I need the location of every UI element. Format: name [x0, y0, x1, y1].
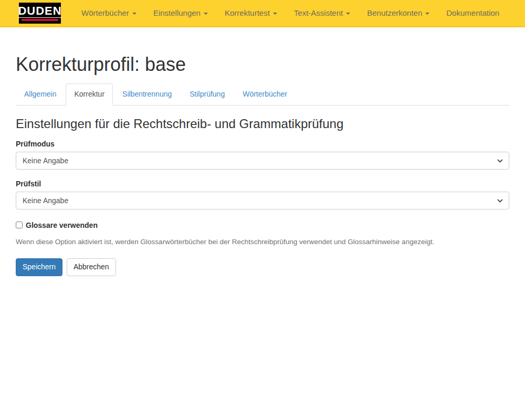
page-title: Korrekturprofil: base — [16, 53, 509, 76]
tab-silbentrennung[interactable]: Silbentrennung — [114, 83, 180, 106]
save-button[interactable]: Speichern — [16, 258, 62, 276]
tab-korrektur[interactable]: Korrektur — [66, 83, 113, 106]
nav-item-text-assistent[interactable]: Text-Assistent — [286, 0, 359, 27]
nav-item-label: Text-Assistent — [294, 8, 343, 17]
chevron-down-icon — [346, 13, 350, 15]
nav-item-label: Korrekturtest — [225, 8, 270, 17]
chevron-down-icon — [273, 13, 277, 15]
duden-logo[interactable]: DUDEN — [19, 3, 61, 24]
tab-allgemein[interactable]: Allgemein — [16, 83, 65, 106]
profile-tabs: Allgemein Korrektur Silbentrennung Stilp… — [16, 83, 509, 106]
nav-item-korrekturtest[interactable]: Korrekturtest — [216, 0, 286, 27]
cancel-button[interactable]: Abbrechen — [67, 258, 116, 276]
nav-item-dokumentation[interactable]: Dokumentation — [438, 0, 508, 27]
pruefstil-select[interactable]: Keine Angabe — [16, 192, 509, 209]
chevron-down-icon — [204, 13, 208, 15]
navbar-menu: Wörterbücher Einstellungen Korrekturtest… — [73, 0, 508, 27]
chevron-down-icon — [425, 13, 429, 15]
nav-item-label: Benutzerkonten — [367, 8, 422, 17]
duden-logo-red-bar — [22, 19, 58, 21]
pruefmodus-select[interactable]: Keine Angabe — [16, 152, 509, 170]
form-actions: Speichern Abbrechen — [16, 258, 509, 276]
glossare-group: Glossare verwenden Wenn diese Option akt… — [16, 221, 509, 246]
pruefmodus-select-wrap: Keine Angabe — [16, 152, 509, 170]
nav-item-woerterbuecher[interactable]: Wörterbücher — [73, 0, 145, 27]
chevron-down-icon — [132, 13, 136, 15]
pruefstil-group: Prüfstil Keine Angabe — [16, 180, 509, 209]
tab-stilpruefung[interactable]: Stilprüfung — [181, 83, 233, 106]
nav-item-einstellungen[interactable]: Einstellungen — [145, 0, 216, 27]
glossare-checkbox[interactable] — [16, 222, 23, 228]
glossare-help-text: Wenn diese Option aktiviert ist, werden … — [16, 238, 509, 246]
pruefmodus-label: Prüfmodus — [16, 140, 509, 148]
nav-item-label: Wörterbücher — [81, 8, 129, 17]
nav-item-label: Dokumentation — [446, 8, 499, 17]
main-content: Korrekturprofil: base Allgemein Korrektu… — [16, 53, 509, 276]
nav-item-benutzerkonten[interactable]: Benutzerkonten — [359, 0, 438, 27]
korrektur-settings-form: Prüfmodus Keine Angabe Prüfstil Keine An… — [16, 140, 509, 276]
pruefmodus-group: Prüfmodus Keine Angabe — [16, 140, 509, 170]
tab-woerterbuecher[interactable]: Wörterbücher — [234, 83, 296, 106]
glossare-label-text: Glossare verwenden — [26, 221, 98, 229]
top-navbar: DUDEN Wörterbücher Einstellungen Korrekt… — [0, 0, 525, 27]
duden-logo-text: DUDEN — [18, 5, 61, 18]
nav-item-label: Einstellungen — [153, 8, 201, 17]
pruefstil-label: Prüfstil — [16, 180, 509, 188]
glossare-checkbox-label[interactable]: Glossare verwenden — [16, 221, 98, 229]
pruefstil-select-wrap: Keine Angabe — [16, 192, 509, 209]
section-heading: Einstellungen für die Rechtschreib- und … — [16, 117, 509, 131]
